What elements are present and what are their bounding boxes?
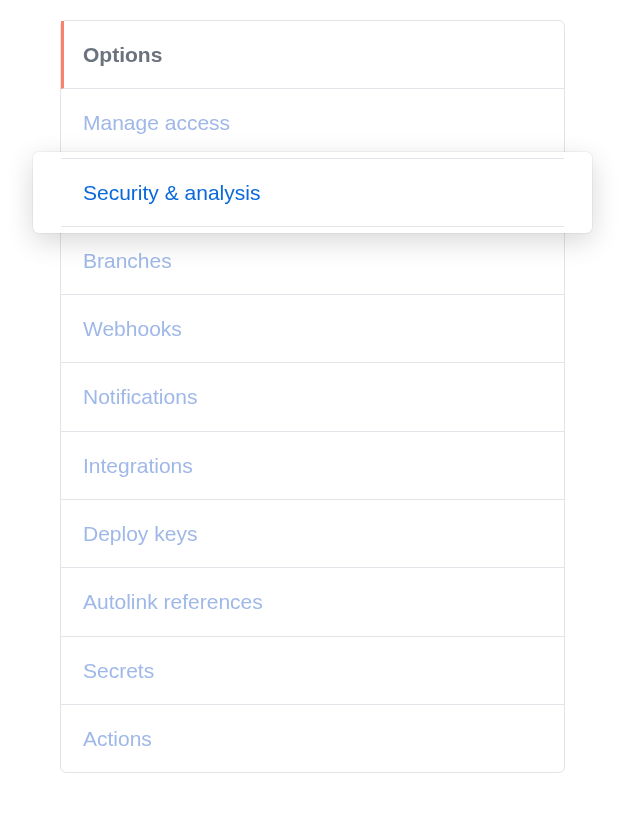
sidebar-item-label: Integrations <box>83 454 193 477</box>
sidebar-item-label: Notifications <box>83 385 197 408</box>
settings-sidebar: Options Manage access Security & analysi… <box>60 20 565 773</box>
sidebar-item-label: Manage access <box>83 111 230 134</box>
sidebar-item-security-analysis[interactable]: Security & analysis <box>61 158 564 227</box>
sidebar-item-secrets[interactable]: Secrets <box>61 637 564 705</box>
sidebar-item-manage-access[interactable]: Manage access <box>61 89 564 157</box>
sidebar-item-integrations[interactable]: Integrations <box>61 432 564 500</box>
sidebar-header-options: Options <box>61 21 564 89</box>
sidebar-item-label: Webhooks <box>83 317 182 340</box>
sidebar-item-label: Actions <box>83 727 152 750</box>
sidebar-item-label: Branches <box>83 249 172 272</box>
sidebar-item-autolink-references[interactable]: Autolink references <box>61 568 564 636</box>
sidebar-item-label: Deploy keys <box>83 522 197 545</box>
sidebar-item-notifications[interactable]: Notifications <box>61 363 564 431</box>
sidebar-item-branches[interactable]: Branches <box>61 227 564 295</box>
sidebar-item-highlight: Security & analysis <box>61 158 564 227</box>
sidebar-item-label: Autolink references <box>83 590 263 613</box>
sidebar-header-label: Options <box>83 43 162 66</box>
sidebar-item-label: Security & analysis <box>83 181 260 204</box>
sidebar-item-webhooks[interactable]: Webhooks <box>61 295 564 363</box>
sidebar-item-actions[interactable]: Actions <box>61 705 564 772</box>
sidebar-item-deploy-keys[interactable]: Deploy keys <box>61 500 564 568</box>
sidebar-item-label: Secrets <box>83 659 154 682</box>
